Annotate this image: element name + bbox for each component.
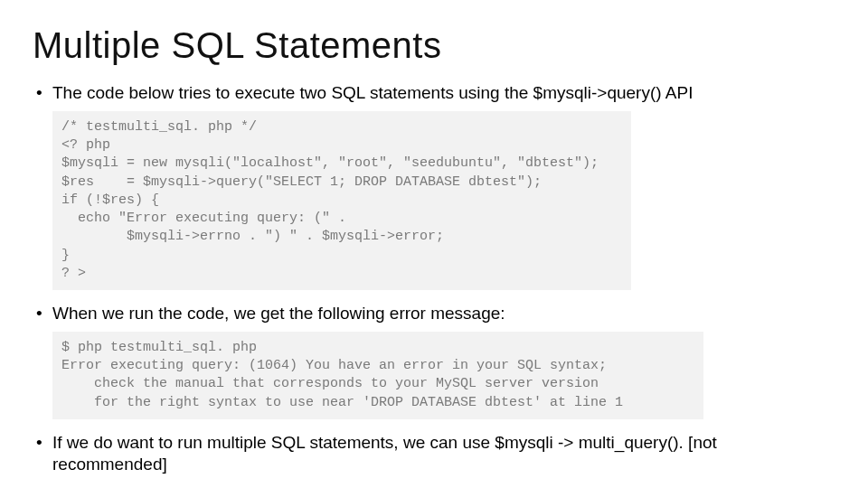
bullet-item-1: The code below tries to execute two SQL …	[33, 82, 835, 104]
code-block-php: /* testmulti_sql. php */ <? php $mysqli …	[52, 111, 631, 290]
slide: Multiple SQL Statements The code below t…	[0, 0, 868, 488]
bullet-list: The code below tries to execute two SQL …	[33, 82, 835, 104]
bullet-item-2: When we run the code, we get the followi…	[33, 303, 835, 324]
bullet-list: When we run the code, we get the followi…	[33, 303, 835, 324]
bullet-list: If we do want to run multiple SQL statem…	[33, 432, 835, 475]
bullet-item-3: If we do want to run multiple SQL statem…	[33, 432, 835, 475]
page-title: Multiple SQL Statements	[33, 25, 835, 66]
code-block-output: $ php testmulti_sql. php Error executing…	[52, 332, 703, 419]
